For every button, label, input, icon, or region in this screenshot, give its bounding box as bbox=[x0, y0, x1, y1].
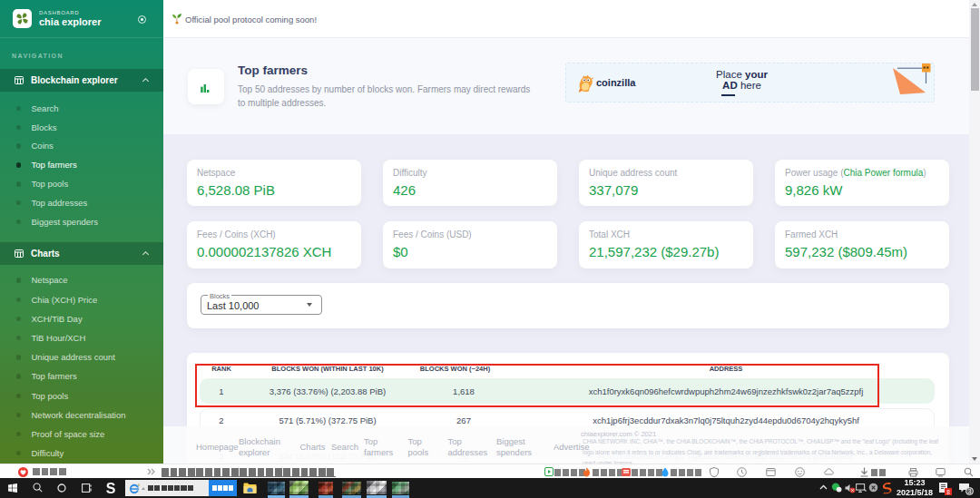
svg-text:3: 3 bbox=[968, 488, 972, 494]
svg-text:8: 8 bbox=[946, 489, 950, 495]
